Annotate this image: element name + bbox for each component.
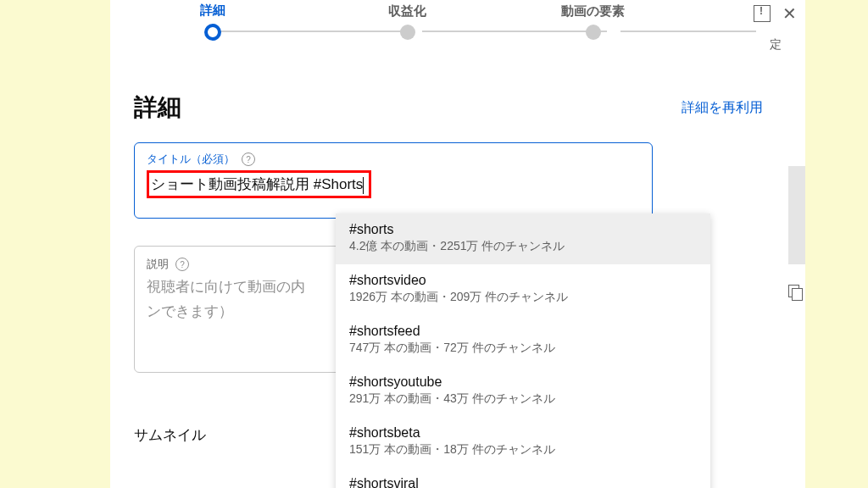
step-indicator — [400, 25, 415, 40]
title-input-highlight: ショート動画投稿解説用 #Shorts — [147, 170, 371, 198]
step-video-elements[interactable]: 動画の要素 — [561, 3, 625, 40]
reuse-details-link[interactable]: 詳細を再利用 — [682, 99, 763, 117]
autocomplete-item[interactable]: #shortsbeta 151万 本の動画・18万 件のチャンネル — [336, 417, 710, 468]
description-label: 説明 — [147, 257, 169, 272]
autocomplete-stats: 747万 本の動画・72万 件のチャンネル — [349, 341, 697, 356]
autocomplete-tag: #shortsviral — [349, 476, 697, 488]
help-icon[interactable]: ? — [175, 258, 189, 271]
upload-stepper: 詳細 収益化 動画の要素 — [134, 0, 782, 39]
step-label: 詳細 — [200, 3, 225, 19]
autocomplete-item[interactable]: #shortsyoutube 291万 本の動画・43万 件のチャンネル — [336, 366, 710, 417]
step-indicator — [586, 25, 601, 40]
step-connector — [219, 30, 403, 32]
right-rail: ✕ 定 — [754, 5, 797, 53]
step-monetization[interactable]: 収益化 — [388, 3, 426, 40]
hashtag-autocomplete: #shorts 4.2億 本の動画・2251万 件のチャンネル #shortsv… — [336, 214, 710, 488]
autocomplete-item[interactable]: #shorts 4.2億 本の動画・2251万 件のチャンネル — [336, 214, 710, 264]
autocomplete-stats: 291万 本の動画・43万 件のチャンネル — [349, 391, 697, 407]
page-title: 詳細 — [134, 92, 181, 124]
autocomplete-stats: 151万 本の動画・18万 件のチャンネル — [349, 442, 697, 458]
autocomplete-item[interactable]: #shortsvideo 1926万 本の動画・209万 件のチャンネル — [336, 264, 710, 315]
title-input[interactable]: ショート動画投稿解説用 #Shorts — [151, 176, 363, 192]
feedback-icon[interactable] — [754, 5, 771, 22]
autocomplete-tag: #shortsbeta — [349, 425, 697, 441]
title-field[interactable]: タイトル（必須） ? ショート動画投稿解説用 #Shorts — [134, 142, 653, 219]
step-connector — [620, 30, 756, 32]
close-icon[interactable]: ✕ — [782, 5, 797, 22]
autocomplete-stats: 1926万 本の動画・209万 件のチャンネル — [349, 290, 697, 305]
partial-text: 定 — [770, 37, 782, 53]
autocomplete-stats: 4.2億 本の動画・2251万 件のチャンネル — [349, 239, 697, 254]
copy-icon[interactable] — [788, 285, 804, 300]
autocomplete-tag: #shortsyoutube — [349, 374, 697, 390]
text-cursor — [363, 177, 364, 194]
help-icon[interactable]: ? — [242, 152, 255, 166]
step-label: 動画の要素 — [561, 3, 625, 19]
autocomplete-tag: #shorts — [349, 222, 697, 237]
step-label: 収益化 — [388, 3, 426, 19]
autocomplete-tag: #shortsvideo — [349, 273, 697, 288]
autocomplete-tag: #shortsfeed — [349, 324, 697, 339]
autocomplete-item[interactable]: #shortsviral — [336, 468, 710, 488]
preview-placeholder — [788, 166, 805, 264]
title-label: タイトル（必須） — [147, 152, 235, 167]
step-details[interactable]: 詳細 — [200, 3, 225, 41]
autocomplete-item[interactable]: #shortsfeed 747万 本の動画・72万 件のチャンネル — [336, 315, 710, 366]
step-indicator-active — [204, 24, 221, 41]
